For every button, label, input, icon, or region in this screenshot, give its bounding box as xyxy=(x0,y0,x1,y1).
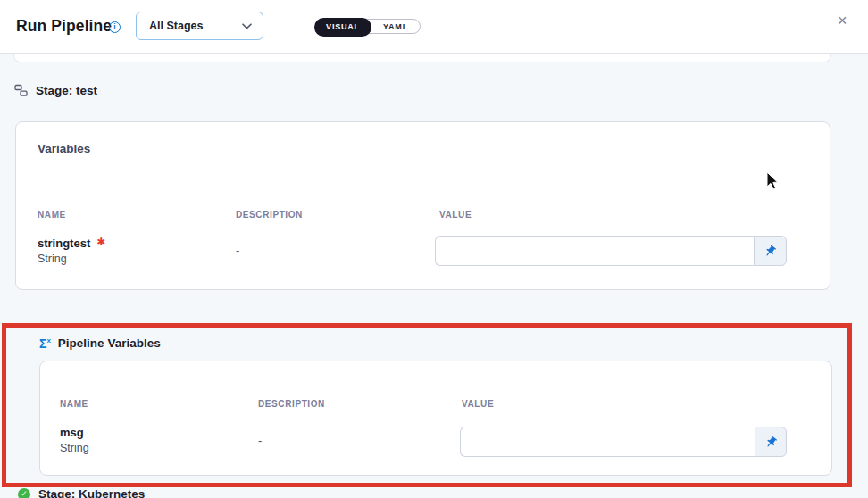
value-input-group xyxy=(460,427,787,457)
variable-type: String xyxy=(38,253,67,265)
variables-panel: Variables NAME DESCRIPTION VALUE stringt… xyxy=(15,121,830,290)
msg-value-input[interactable] xyxy=(460,427,755,457)
stage-kubernetes-title: Stage: Kubernetes xyxy=(38,487,145,498)
pin-icon xyxy=(761,241,780,260)
pin-button[interactable] xyxy=(754,236,787,266)
variable-name: msg xyxy=(60,426,84,439)
toggle-yaml[interactable]: YAML xyxy=(372,20,419,33)
info-icon[interactable]: i xyxy=(109,21,121,33)
stage-icon xyxy=(14,84,28,97)
variable-description: - xyxy=(236,244,239,257)
run-pipeline-dialog: Run Pipeline i All Stages VISUAL YAML × … xyxy=(0,0,868,498)
page-title: Run Pipeline xyxy=(16,17,112,36)
pin-button[interactable] xyxy=(755,427,787,457)
column-header-description: DESCRIPTION xyxy=(258,399,325,409)
stringtest-value-input[interactable] xyxy=(435,236,754,266)
stage-test-title: Stage: test xyxy=(36,84,97,97)
stage-kubernetes-header: ✓ Stage: Kubernetes xyxy=(18,487,145,498)
column-header-name: NAME xyxy=(60,399,88,409)
variable-type: String xyxy=(60,442,89,454)
required-icon: ✱ xyxy=(96,236,105,248)
column-header-value: VALUE xyxy=(462,399,494,409)
stage-filter-value: All Stages xyxy=(149,20,203,32)
pipeline-variables-title: Pipeline Variables xyxy=(58,336,161,350)
stage-filter-select[interactable]: All Stages xyxy=(136,12,263,40)
column-header-value: VALUE xyxy=(439,210,472,220)
stage-test-header: Stage: test xyxy=(14,84,97,97)
column-header-name: NAME xyxy=(38,210,66,220)
sigma-icon: Σx xyxy=(39,337,51,350)
variable-description: - xyxy=(258,434,262,447)
column-header-description: DESCRIPTION xyxy=(236,210,303,220)
pipeline-variables-header: Σx Pipeline Variables xyxy=(39,336,161,350)
pipeline-variables-panel: NAME DESCRIPTION VALUE msg String - xyxy=(39,361,832,476)
close-icon[interactable]: × xyxy=(838,12,847,29)
scrolled-panel-remnant xyxy=(13,54,831,62)
dialog-header: Run Pipeline i All Stages VISUAL YAML × xyxy=(0,0,868,54)
pin-icon xyxy=(761,432,780,451)
check-circle-icon: ✓ xyxy=(18,488,30,498)
value-input-group xyxy=(435,236,787,266)
toggle-visual[interactable]: VISUAL xyxy=(314,18,371,37)
visual-yaml-toggle: VISUAL YAML xyxy=(314,19,421,34)
variable-name: stringtest xyxy=(38,237,90,250)
chevron-down-icon xyxy=(242,23,252,29)
variables-panel-title: Variables xyxy=(38,142,90,155)
